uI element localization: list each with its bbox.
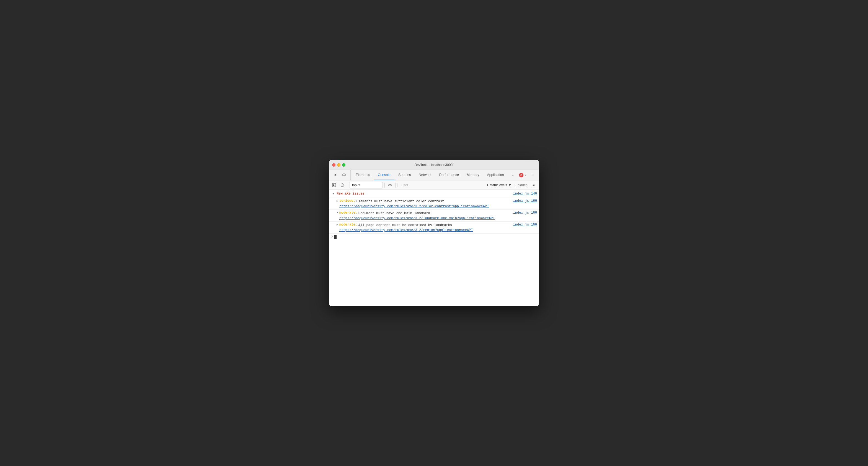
tab-icons [330, 170, 351, 180]
tab-elements[interactable]: Elements [352, 170, 374, 180]
chevron-down-icon-levels: ▼ [508, 183, 512, 187]
group-collapse-toggle[interactable]: ▼ [331, 191, 336, 196]
console-cursor [334, 235, 337, 239]
moderate-1-issue-message: Document must have one main landmark [359, 211, 509, 216]
maximize-button[interactable] [342, 163, 345, 166]
tab-console[interactable]: Console [374, 170, 395, 180]
error-badge-button[interactable]: ✕ 2 [517, 173, 528, 178]
tab-network[interactable]: Network [415, 170, 435, 180]
serious-issue-link[interactable]: https://dequeuniversity.com/rules/axe/3.… [339, 205, 537, 208]
execute-icon [332, 183, 336, 187]
gear-icon [532, 183, 536, 187]
svg-rect-1 [345, 174, 346, 176]
group-title: New aXe issues [337, 192, 365, 196]
svg-rect-0 [343, 174, 345, 176]
clear-icon [340, 183, 344, 187]
error-icon: ✕ [519, 173, 523, 177]
title-bar: DevTools - localhost:3000/ [329, 160, 539, 170]
devtools-window: DevTools - localhost:3000/ Elements Cons… [329, 160, 539, 306]
execute-button[interactable] [331, 182, 338, 189]
tabs-right: » ✕ 2 ⋮ [508, 170, 538, 180]
minimize-button[interactable] [337, 163, 340, 166]
moderate-1-issue-header: ▼ moderate: Document must have one main … [336, 211, 537, 216]
tab-application[interactable]: Application [483, 170, 507, 180]
eye-button[interactable] [386, 182, 394, 189]
serious-severity-label: serious: [339, 199, 355, 203]
eye-icon [388, 183, 392, 187]
devtools-menu-button[interactable]: ⋮ [529, 171, 537, 179]
serious-toggle[interactable]: ▶ [336, 199, 339, 203]
close-button[interactable] [332, 163, 336, 166]
inspect-element-button[interactable] [332, 171, 340, 179]
moderate-issue-1-item: ▼ moderate: Document must have one main … [329, 210, 539, 222]
cursor-icon [334, 173, 338, 177]
window-title: DevTools - localhost:3000/ [414, 163, 454, 167]
toolbar-divider-3 [395, 183, 396, 188]
console-content: ▼ New aXe issues index.js:146 ▶ serious:… [329, 190, 539, 306]
toolbar-divider [348, 183, 348, 188]
moderate-2-issue-link[interactable]: https://dequeuniversity.com/rules/axe/3.… [339, 228, 537, 232]
serious-issue-message: Elements must have sufficient color cont… [356, 199, 509, 204]
moderate-1-source-link[interactable]: index.js:166 [509, 211, 537, 215]
device-toggle-button[interactable] [340, 171, 348, 179]
moderate-2-issue-header: ▶ moderate: All page content must be con… [336, 223, 537, 228]
tab-sources[interactable]: Sources [395, 170, 415, 180]
hidden-count: 1 hidden [515, 183, 529, 187]
console-toolbar: top ▼ Default levels ▼ 1 hidden [329, 180, 539, 190]
chevron-down-icon: ▼ [358, 183, 361, 187]
svg-marker-3 [333, 184, 335, 186]
moderate-2-source-link[interactable]: index.js:166 [509, 223, 537, 227]
tabs-bar: Elements Console Sources Network Perform… [329, 170, 539, 180]
moderate-issue-2-item: ▶ moderate: All page content must be con… [329, 222, 539, 234]
console-settings-button[interactable] [530, 182, 537, 189]
tab-memory[interactable]: Memory [463, 170, 483, 180]
clear-console-button[interactable] [339, 182, 346, 189]
filter-input[interactable] [399, 183, 484, 187]
axe-group-header: ▼ New aXe issues index.js:146 [329, 190, 539, 198]
moderate-1-toggle[interactable]: ▼ [336, 211, 339, 214]
moderate-1-issue-link[interactable]: https://dequeuniversity.com/rules/axe/3.… [339, 216, 537, 220]
filter-container [397, 183, 484, 187]
toolbar-divider-2 [384, 183, 385, 188]
serious-source-link[interactable]: index.js:166 [509, 199, 537, 203]
serious-issue-header: ▶ serious: Elements must have sufficient… [336, 199, 537, 204]
moderate-1-severity-label: moderate: [339, 211, 357, 215]
default-levels-button[interactable]: Default levels ▼ [485, 183, 514, 188]
console-input-line: > [329, 234, 539, 240]
console-prompt: > [331, 235, 333, 239]
error-count: 2 [525, 173, 526, 177]
moderate-2-issue-message: All page content must be contained by la… [359, 223, 509, 228]
serious-issue-item: ▶ serious: Elements must have sufficient… [329, 198, 539, 210]
svg-point-7 [390, 185, 391, 186]
device-icon [342, 173, 346, 177]
traffic-lights [332, 163, 345, 166]
group-source-link[interactable]: index.js:146 [513, 192, 537, 196]
tab-performance[interactable]: Performance [435, 170, 463, 180]
more-tabs-button[interactable]: » [508, 171, 516, 179]
moderate-2-toggle[interactable]: ▶ [336, 223, 339, 226]
moderate-2-severity-label: moderate: [339, 223, 357, 227]
context-selector[interactable]: top ▼ [349, 182, 383, 188]
svg-point-8 [533, 185, 534, 186]
